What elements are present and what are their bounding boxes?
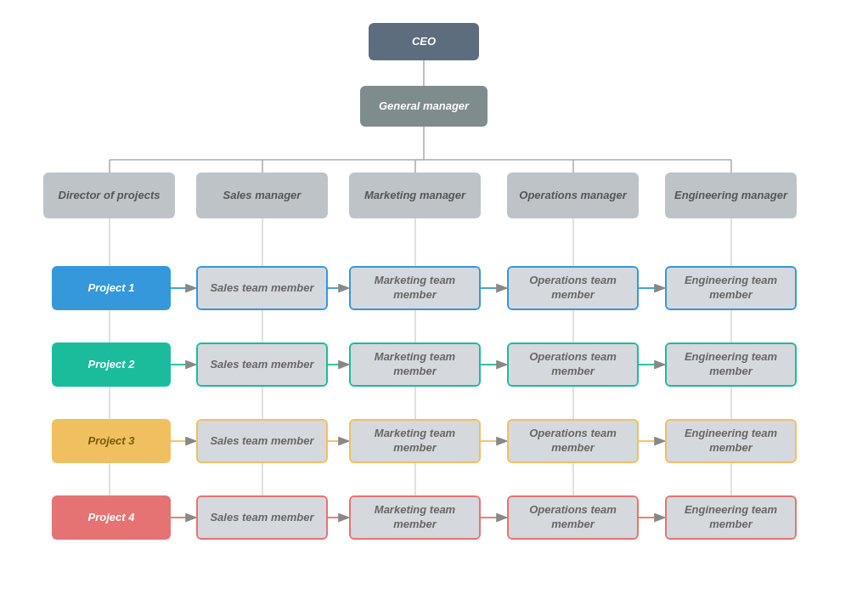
operations-manager-label: Operations manager xyxy=(519,189,626,203)
marketing-manager-label: Marketing manager xyxy=(364,189,465,203)
sales-manager-node: Sales manager xyxy=(196,173,328,218)
operations-team-row4: Operations team member xyxy=(507,495,639,540)
sales-manager-label: Sales manager xyxy=(223,189,302,203)
gm-label: General manager xyxy=(379,99,469,114)
marketing-team-row1: Marketing team member xyxy=(349,266,481,310)
operations-team-row2-label: Operations team member xyxy=(517,350,628,379)
marketing-team-row3: Marketing team member xyxy=(349,419,481,463)
marketing-team-row4-label: Marketing team member xyxy=(359,503,471,532)
marketing-team-row2-label: Marketing team member xyxy=(359,350,471,379)
operations-team-row3-label: Operations team member xyxy=(517,427,628,456)
operations-team-row1-label: Operations team member xyxy=(517,274,628,303)
operations-team-row1: Operations team member xyxy=(507,266,639,310)
sales-team-row3: Sales team member xyxy=(196,419,328,463)
gm-node: General manager xyxy=(360,86,488,127)
org-chart: CEO General manager Director of projects… xyxy=(18,11,850,589)
project4-node: Project 4 xyxy=(52,495,171,540)
operations-team-row3: Operations team member xyxy=(507,419,639,463)
director-node: Director of projects xyxy=(43,173,175,218)
engineering-team-row1: Engineering team member xyxy=(665,266,797,310)
engineering-team-row2-label: Engineering team member xyxy=(675,350,786,379)
engineering-team-row2: Engineering team member xyxy=(665,342,797,387)
project3-node: Project 3 xyxy=(52,419,171,463)
engineering-manager-label: Engineering manager xyxy=(674,189,787,203)
engineering-team-row1-label: Engineering team member xyxy=(675,274,786,303)
operations-team-row2: Operations team member xyxy=(507,342,639,387)
project1-node: Project 1 xyxy=(52,266,171,310)
marketing-team-row1-label: Marketing team member xyxy=(359,274,471,303)
project2-label: Project 2 xyxy=(88,358,135,372)
marketing-team-row4: Marketing team member xyxy=(349,495,481,540)
sales-team-row2-label: Sales team member xyxy=(210,358,313,372)
marketing-team-row2: Marketing team member xyxy=(349,342,481,387)
director-label: Director of projects xyxy=(59,189,161,203)
sales-team-row1: Sales team member xyxy=(196,266,328,310)
engineering-team-row4-label: Engineering team member xyxy=(675,503,786,532)
sales-team-row1-label: Sales team member xyxy=(210,281,313,296)
ceo-node: CEO xyxy=(369,23,479,60)
project1-label: Project 1 xyxy=(88,281,135,296)
project3-label: Project 3 xyxy=(88,434,135,449)
sales-team-row3-label: Sales team member xyxy=(210,434,313,449)
sales-team-row4: Sales team member xyxy=(196,495,328,540)
operations-manager-node: Operations manager xyxy=(507,173,639,218)
engineering-manager-node: Engineering manager xyxy=(665,173,797,218)
engineering-team-row3-label: Engineering team member xyxy=(675,427,786,456)
project4-label: Project 4 xyxy=(88,511,135,525)
marketing-team-row3-label: Marketing team member xyxy=(359,427,471,456)
operations-team-row4-label: Operations team member xyxy=(517,503,628,532)
engineering-team-row4: Engineering team member xyxy=(665,495,797,540)
project2-node: Project 2 xyxy=(52,342,171,387)
engineering-team-row3: Engineering team member xyxy=(665,419,797,463)
sales-team-row2: Sales team member xyxy=(196,342,328,387)
marketing-manager-node: Marketing manager xyxy=(349,173,481,218)
sales-team-row4-label: Sales team member xyxy=(210,511,313,525)
ceo-label: CEO xyxy=(412,35,436,49)
